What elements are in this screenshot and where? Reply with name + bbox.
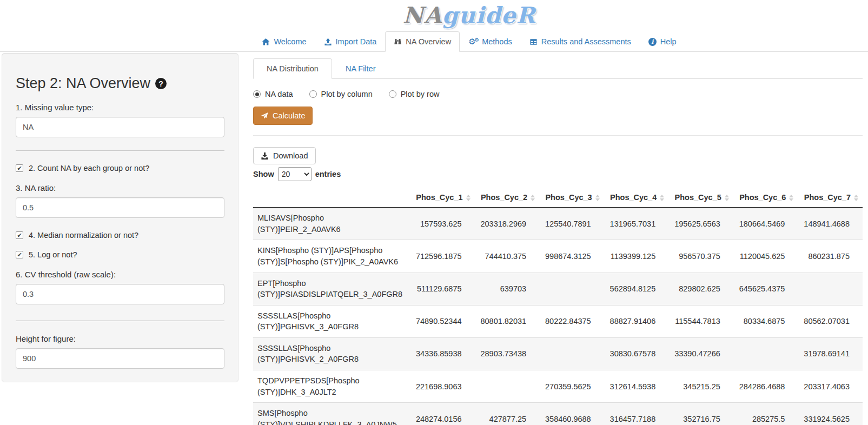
- peptide-row-name: SSSSLLAS[Phospho (STY)]PGHISVK_2_A0FGR8: [253, 337, 410, 370]
- radio-unselected-icon[interactable]: [389, 90, 396, 98]
- main-panel: NA Distribution NA Filter NA data Plot b…: [238, 53, 868, 425]
- figure-height-label: Height for figure:: [16, 334, 224, 343]
- nav-item-import-data[interactable]: Import Data: [315, 31, 386, 52]
- radio-plot-by-column[interactable]: Plot by column: [309, 90, 373, 98]
- peptide-row-name: EPT[Phospho (STY)]PSIASDISLPIATQELR_3_A0…: [253, 273, 410, 305]
- table-row[interactable]: EPT[Phospho (STY)]PSIASDISLPIATQELR_3_A0…: [253, 273, 863, 305]
- cell-value: 1139399.125: [604, 240, 669, 273]
- sort-icon[interactable]: [789, 195, 793, 201]
- peptide-row-name: KINS[Phospho (STY)]APS[Phospho (STY)]S[P…: [253, 240, 410, 273]
- cell-value: 284286.4688: [733, 370, 798, 402]
- nav-item-help[interactable]: i Help: [640, 31, 685, 52]
- sort-icon[interactable]: [595, 195, 600, 201]
- sort-icon[interactable]: [466, 195, 471, 201]
- column-header[interactable]: Phos_Cyc_7: [798, 188, 863, 208]
- column-header[interactable]: Phos_Cyc_2: [475, 188, 540, 208]
- sidebar-divider: [16, 321, 224, 321]
- upload-icon: [324, 38, 332, 46]
- cell-value: 712596.1875: [410, 240, 475, 273]
- page-length-select[interactable]: 20: [278, 167, 312, 181]
- peptide-row-name: MLISAVS[Phospho (STY)]PEIR_2_A0AVK6: [253, 208, 410, 240]
- missing-value-type-label: 1. Missing value type:: [16, 103, 224, 112]
- sidebar-panel: Step 2: NA Overview ? 1. Missing value t…: [2, 53, 238, 382]
- radio-unselected-icon[interactable]: [309, 90, 317, 98]
- cell-value: 31978.69141: [798, 337, 863, 370]
- column-header[interactable]: Phos_Cyc_6: [733, 188, 798, 208]
- step-title-text: Step 2: NA Overview: [16, 75, 150, 92]
- nav-item-methods[interactable]: ⚙⚙ Methods: [460, 31, 521, 52]
- column-header[interactable]: Phos_Cyc_5: [668, 188, 733, 208]
- cell-value: 639703: [475, 273, 540, 305]
- cell-value: 34336.85938: [410, 337, 475, 370]
- cell-value: 860231.875: [798, 240, 863, 273]
- table-row[interactable]: SMS[Phospho (STY)]VDLSHIPLKDPLLFK_3_A0JN…: [253, 403, 863, 425]
- radio-selected-icon[interactable]: [253, 90, 261, 98]
- nav-item-results[interactable]: Results and Assessments: [521, 31, 640, 52]
- radio-na-data[interactable]: NA data: [253, 90, 293, 98]
- cell-value: 744410.375: [475, 240, 540, 273]
- download-button[interactable]: Download: [253, 147, 316, 164]
- log-checkbox-row[interactable]: ✔ 5. Log or not?: [16, 250, 224, 259]
- radio-label: NA data: [265, 90, 293, 98]
- question-circle-icon[interactable]: ?: [155, 78, 167, 89]
- cell-value: 157593.625: [410, 208, 475, 240]
- table-row[interactable]: KINS[Phospho (STY)]APS[Phospho (STY)]S[P…: [253, 240, 863, 273]
- na-ratio-input[interactable]: [16, 197, 224, 218]
- app-logo: NAguideR: [403, 3, 536, 28]
- cell-value: 125540.7891: [539, 208, 604, 240]
- table-row[interactable]: MLISAVS[Phospho (STY)]PEIR_2_A0AVK615759…: [253, 208, 863, 240]
- missing-value-type-input[interactable]: [16, 117, 224, 137]
- column-header[interactable]: Phos_Cyc_4: [604, 188, 669, 208]
- show-label: Show: [253, 170, 274, 178]
- median-normalization-checkbox-row[interactable]: ✔ 4. Median normalization or not?: [16, 231, 224, 240]
- nav-label: Welcome: [274, 37, 306, 46]
- cell-value: [798, 273, 863, 305]
- nav-item-welcome[interactable]: Welcome: [253, 31, 315, 52]
- cell-value: 203318.2969: [475, 208, 540, 240]
- main-navigation: Welcome Import Data NA Overview ⚙⚙: [0, 31, 868, 52]
- cell-value: 345215.25: [668, 370, 733, 402]
- cv-threshold-input[interactable]: [16, 284, 224, 304]
- nav-label: Results and Assessments: [541, 37, 631, 46]
- cell-value: 30830.67578: [604, 337, 669, 370]
- cell-value: [539, 273, 604, 305]
- cell-value: 645625.4375: [733, 273, 798, 305]
- cell-value: 180664.5469: [733, 208, 798, 240]
- table-row[interactable]: TQDPVPPETPSDS[Phospho (STY)]DHK_3_A0JLT2…: [253, 370, 863, 402]
- step-title: Step 2: NA Overview ?: [16, 75, 224, 92]
- sort-icon[interactable]: [854, 195, 858, 201]
- table-row[interactable]: SSSSLLAS[Phospho (STY)]PGHISVK_2_A0FGR83…: [253, 337, 863, 370]
- tab-na-distribution[interactable]: NA Distribution: [253, 58, 332, 79]
- cell-value: 829802.625: [668, 273, 733, 305]
- calculate-button[interactable]: Calculate: [253, 107, 313, 125]
- cell-value: 248274.0156: [410, 403, 475, 425]
- column-header[interactable]: Phos_Cyc_1: [410, 188, 475, 208]
- column-header[interactable]: Phos_Cyc_3: [539, 188, 604, 208]
- cell-value: 270359.5625: [539, 370, 604, 402]
- plot-type-radio-group: NA data Plot by column Plot by row: [253, 90, 863, 98]
- checkbox-checked-icon[interactable]: ✔: [16, 231, 23, 239]
- cell-value: [475, 370, 540, 402]
- nav-item-na-overview[interactable]: NA Overview: [385, 31, 460, 52]
- figure-height-input[interactable]: [16, 348, 224, 369]
- rowname-column-header: [253, 188, 410, 208]
- table-length-control: Show 20 entries: [253, 167, 863, 181]
- sort-icon[interactable]: [660, 195, 664, 201]
- cell-value: 316457.7188: [604, 403, 669, 425]
- radio-label: Plot by row: [401, 90, 440, 98]
- cell-value: 285275.5: [733, 403, 798, 425]
- cell-value: 956570.375: [668, 240, 733, 273]
- checkbox-checked-icon[interactable]: ✔: [16, 164, 23, 172]
- cell-value: 358460.9688: [539, 403, 604, 425]
- cell-value: 312614.5938: [604, 370, 669, 402]
- checkbox-checked-icon[interactable]: ✔: [16, 251, 23, 258]
- sort-icon[interactable]: [725, 195, 729, 201]
- count-na-checkbox-row[interactable]: ✔ 2. Count NA by each group or not?: [16, 164, 224, 172]
- tab-na-filter[interactable]: NA Filter: [332, 58, 389, 79]
- binoculars-icon: [394, 38, 402, 46]
- cell-value: [539, 337, 604, 370]
- radio-plot-by-row[interactable]: Plot by row: [389, 90, 440, 98]
- cell-value: 74890.52344: [410, 305, 475, 337]
- table-row[interactable]: SSSSLLAS[Phospho (STY)]PGHISVK_3_A0FGR87…: [253, 305, 863, 337]
- sort-icon[interactable]: [531, 195, 535, 201]
